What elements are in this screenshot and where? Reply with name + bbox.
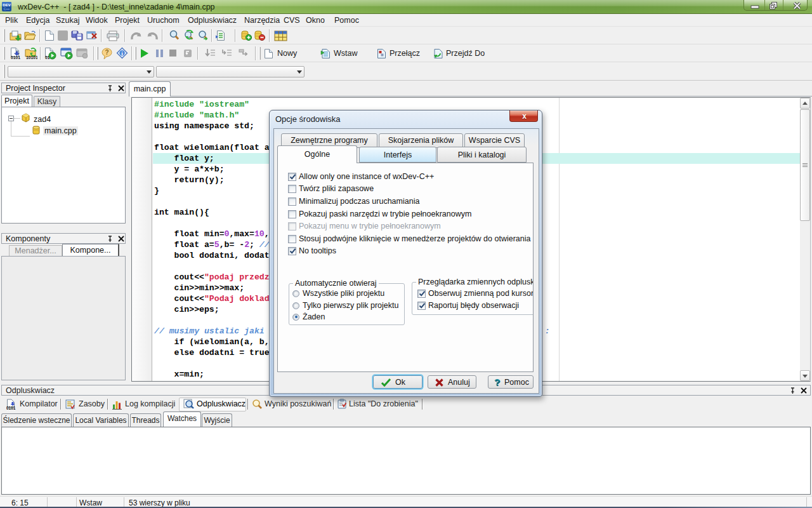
svg-text:x: x <box>522 112 527 120</box>
svg-text:0101: 0101 <box>6 406 16 410</box>
svg-text:?: ? <box>105 49 108 56</box>
svg-text:0101: 0101 <box>11 55 20 60</box>
svg-text:C++: C++ <box>4 7 10 11</box>
svg-text:10101: 10101 <box>26 55 37 60</box>
